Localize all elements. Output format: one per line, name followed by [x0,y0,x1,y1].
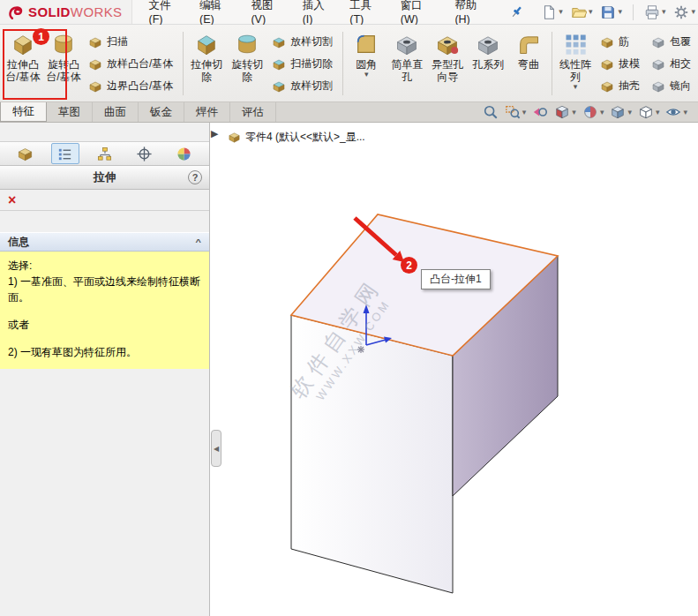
hole-wizard-icon [435,32,460,56]
part-icon [228,131,241,144]
feature-tooltip: 凸台-拉伸1 [421,269,491,289]
linear-pattern-icon [563,32,588,56]
help-icon[interactable]: ? [188,170,202,184]
lofted-boss-button[interactable]: 放样凸台/基体 [84,53,180,75]
flex-button[interactable]: 弯曲 [508,27,549,100]
hole-series-icon [476,32,500,56]
cancel-button[interactable]: × [8,193,16,207]
propertymanager-title-bar: 拉伸 ? [0,166,209,190]
panel-splitter[interactable]: ▶ ◀ [210,123,222,616]
hide-show-items-button[interactable]: ▾ [665,104,687,120]
button-label: 拔模 [619,56,640,71]
chevron-down-icon[interactable]: ▾ [662,8,666,16]
featuremanager-tree-tab[interactable] [11,143,40,164]
pin-menu-button[interactable] [509,4,524,19]
simple-hole-button[interactable]: 简单直孔 [387,27,427,100]
chevron-down-icon[interactable]: ▾ [574,83,578,90]
lofted-cut-button[interactable]: 放样切割 [267,31,340,53]
shell-icon [600,79,614,94]
command-manager-ribbon: 拉伸凸台/基体 旋转凸台/基体 扫描 放样凸台/基体 边界凸台/基体 拉伸切除 … [0,25,698,102]
save-button[interactable]: ▾ [597,3,625,22]
button-label: 旋转切除 [228,58,266,83]
chevron-down-icon[interactable]: ▾ [683,109,687,116]
panel-collapse-grip[interactable]: ◀ [211,430,221,467]
view-orientation-button[interactable]: ▾ [610,104,632,120]
hole-series-button[interactable]: 孔系列 [468,27,508,100]
linear-pattern-button[interactable]: 线性阵列 ▾ [555,27,596,100]
message-group-header[interactable]: 信息 ^ [0,232,209,252]
lofted-cut-icon [272,35,286,49]
zoom-to-area-button[interactable]: ▾ [505,104,527,120]
graphics-area[interactable]: 软件自学网 WWW.XXW.COM 零件4 (默认<<默认>_显... 凸台-拉… [222,123,698,616]
chevron-down-icon[interactable]: ▾ [559,8,563,16]
intersect-button[interactable]: 相交 [647,53,698,75]
tab-surfaces[interactable]: 曲面 [93,102,139,122]
watermark-text-cn: 软件自学网 [253,229,418,447]
draft-button[interactable]: 拔模 [596,53,647,75]
button-label: 简单直孔 [387,58,426,83]
open-document-button[interactable]: ▾ [568,3,596,22]
swept-boss-button[interactable]: 扫描 [84,31,180,53]
manager-pane-tabs [0,141,209,166]
wrap-button[interactable]: 包覆 [647,31,698,53]
fillet-button[interactable]: 圆角 ▾ [346,27,387,100]
chevron-down-icon[interactable]: ▾ [589,8,593,16]
message-line: 选择: [8,258,201,274]
chevron-down-icon[interactable]: ▾ [364,71,369,78]
chevron-down-icon[interactable]: ▾ [691,8,695,16]
propertymanager-tab[interactable] [51,143,79,164]
zoom-to-fit-button[interactable] [483,104,499,120]
tab-sheet-metal[interactable]: 钣金 [139,102,184,122]
revolved-cut-button[interactable]: 旋转切除 [227,27,267,100]
boundary-boss-button[interactable]: 边界凸台/基体 [84,75,180,97]
shell-button[interactable]: 抽壳 [596,75,647,97]
ribbon-separator [342,32,343,95]
solidworks-logo: SOLIDWORKS [0,0,132,24]
section-view-button[interactable]: ▾ [554,104,576,120]
mirror-button[interactable]: 镜向 [647,75,698,97]
origin-x-axis [366,340,386,345]
swept-cut-icon [272,57,286,71]
swept-cut-button[interactable]: 扫描切除 [267,53,340,75]
configurationmanager-tab[interactable] [91,143,119,164]
display-style-button[interactable]: ▾ [638,104,660,120]
property-manager-panel: 拉伸 ? × 信息 ^ 选择: 1) 一基准面、平面或边线来绘制特征横断面。 或… [0,123,210,616]
chevron-down-icon[interactable]: ▾ [600,109,604,116]
previous-view-button[interactable] [532,104,548,120]
collapse-chevron-icon[interactable]: ^ [196,237,201,246]
rib-button[interactable]: 筋 [596,31,647,53]
dimxpertmanager-tab[interactable] [131,143,159,164]
extruded-cut-button[interactable]: 拉伸切除 [186,27,227,100]
origin-x-arrowhead [384,337,392,343]
model-side-face[interactable] [453,256,558,496]
message-box: 选择: 1) 一基准面、平面或边线来绘制特征横断面。 或者 2) 一现有草图为特… [0,252,209,369]
displaymanager-tab[interactable] [170,143,199,164]
tab-evaluate[interactable]: 评估 [230,102,276,122]
button-label: 抽壳 [619,79,640,94]
chevron-down-icon[interactable]: ▾ [618,8,622,16]
edit-appearance-button[interactable]: ▾ [582,104,604,120]
pin-icon [511,5,523,19]
flyout-expand-icon[interactable]: ▶ [211,128,218,139]
message-line: 2) 一现有草图为特征所用。 [8,344,201,360]
heads-up-view-toolbar: ▾ ▾ ▾ ▾ ▾ ▾ [483,102,698,122]
print-button[interactable]: ▾ [642,3,669,22]
hole-wizard-button[interactable]: 异型孔向导 [427,27,468,100]
tab-sketch[interactable]: 草图 [47,102,93,122]
button-label: 边界凸台/基体 [107,79,173,94]
chevron-down-icon[interactable]: ▾ [572,109,576,116]
ds-logo-icon [7,4,25,21]
wrap-intersect-mirror-stack: 包覆 相交 镜向 [647,27,698,100]
new-document-button[interactable]: ▾ [538,3,566,22]
flyout-feature-tree-header[interactable]: 零件4 (默认<<默认>_显... [228,130,365,145]
chevron-down-icon[interactable]: ▾ [656,109,660,116]
rib-draft-shell-stack: 筋 拔模 抽壳 [596,27,647,100]
chevron-down-icon[interactable]: ▾ [522,109,527,116]
chevron-down-icon[interactable]: ▾ [627,109,632,116]
command-manager-tabs: 特征 草图 曲面 钣金 焊件 评估 ▾ ▾ ▾ ▾ ▾ ▾ [0,102,698,123]
options-button[interactable]: ▾ [671,3,698,22]
boundary-cut-button[interactable]: 放样切割 [267,75,340,97]
tab-features[interactable]: 特征 [0,102,47,122]
model-front-face[interactable] [291,315,453,593]
tab-weldments[interactable]: 焊件 [184,102,230,122]
